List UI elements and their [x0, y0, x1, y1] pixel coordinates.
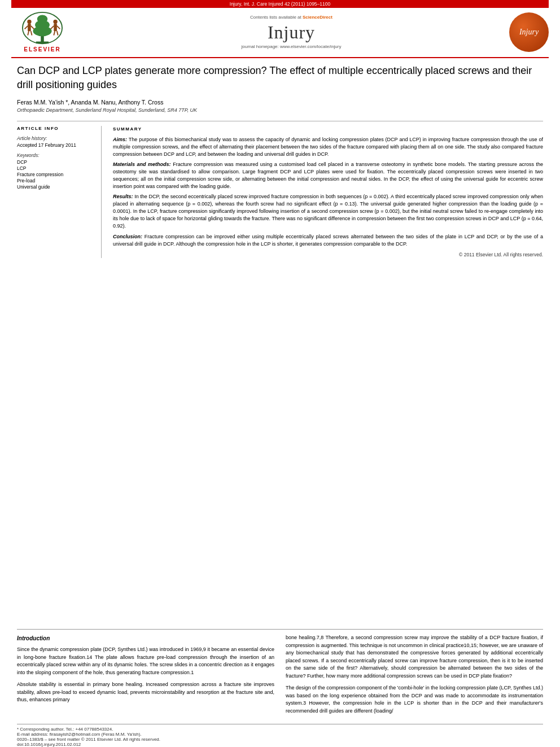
journal-homepage: journal homepage: www.elsevier.com/locat…: [242, 44, 342, 49]
svg-line-15: [54, 31, 55, 35]
contents-label: Contents lists available at: [250, 15, 301, 20]
keyword-lcp: LCP: [17, 165, 94, 171]
conclusion-label: Conclusion:: [113, 234, 142, 239]
badge-label: Injury: [519, 28, 539, 37]
svg-line-14: [57, 26, 60, 29]
copyright-line: © 2011 Elsevier Ltd. All rights reserved…: [113, 251, 543, 258]
journal-center: Contents lists available at ScienceDirec…: [73, 15, 509, 49]
article-info-header: ARTICLE INFO: [17, 126, 94, 131]
doi-line2: doi:10.1016/j.injury.2011.02.012: [17, 742, 543, 747]
materials-text: Fracture compression was measured using …: [113, 161, 543, 189]
introduction-title: Introduction: [17, 634, 274, 643]
elsevier-tree-icon: [20, 11, 65, 45]
doi-line1: 0020–1383/$ – see front matter © 2011 El…: [17, 737, 543, 742]
keyword-dcp: DCP: [17, 159, 94, 165]
email-note: E-mail address: firasayish2@hotmail.com …: [17, 732, 543, 737]
summary-header: SUMMARY: [113, 126, 543, 133]
article-info-col: ARTICLE INFO Article history: Accepted 1…: [17, 126, 102, 258]
aims-paragraph: Aims: The purpose of this biomechanical …: [113, 136, 543, 158]
journal-citation: Injury, Int. J. Care Injured 42 (2011) 1…: [230, 1, 330, 7]
materials-label: Materials and methods:: [113, 161, 171, 167]
keywords-list: DCP LCP Fracture compression Pre-load Un…: [17, 159, 94, 190]
materials-paragraph: Materials and methods: Fracture compress…: [113, 161, 543, 190]
svg-line-8: [31, 26, 34, 29]
sciencedirect-line: Contents lists available at ScienceDirec…: [250, 15, 333, 20]
email-value: firasayish2@hotmail.com (Feras M.M. Ya'i…: [50, 732, 142, 737]
conclusion-paragraph: Conclusion: Fracture compression can be …: [113, 233, 543, 248]
summary-col: SUMMARY Aims: The purpose of this biomec…: [113, 126, 543, 258]
aims-label: Aims:: [113, 137, 127, 142]
keyword-fracture: Fracture compression: [17, 172, 94, 177]
body-left-col: Introduction Since the dynamic compressi…: [17, 634, 274, 719]
results-paragraph: Results: In the DCP, the second eccentri…: [113, 193, 543, 230]
article-title: Can DCP and LCP plates generate more com…: [17, 64, 543, 92]
svg-rect-12: [54, 24, 57, 31]
journal-citation-bar: Injury, Int. J. Care Injured 42 (2011) 1…: [11, 0, 549, 8]
sciencedirect-link: ScienceDirect: [303, 15, 333, 20]
injury-badge: Injury: [509, 12, 549, 52]
body-right-para2: The design of the compression component …: [286, 684, 543, 715]
results-label: Results:: [113, 194, 133, 199]
journal-banner: ELSEVIER Contents lists available at Sci…: [11, 8, 549, 55]
body-right-col: bone healing.7,8 Therefore, a second com…: [286, 634, 543, 719]
journal-name: Injury: [268, 22, 315, 43]
corresponding-note: * Corresponding author. Tel.: +44 077885…: [17, 727, 543, 732]
accepted-value: Accepted 17 February 2011: [17, 142, 94, 148]
keyword-preload: Pre-load: [17, 178, 94, 184]
footnote-divider: * Corresponding author. Tel.: +44 077885…: [17, 724, 543, 737]
article-body: Can DCP and LCP plates generate more com…: [0, 58, 560, 624]
keywords-header: Keywords:: [17, 152, 94, 158]
svg-point-4: [37, 15, 47, 23]
results-text: In the DCP, the second eccentrically pla…: [113, 194, 543, 229]
svg-line-16: [57, 31, 58, 35]
svg-point-11: [53, 20, 57, 24]
aims-text: The purpose of this biomechanical study …: [113, 137, 543, 157]
body-para2: Absolute stability is essential in prima…: [17, 681, 274, 704]
article-affiliation: Orthopaedic Department, Sunderland Royal…: [17, 107, 543, 113]
footnote-area: * Corresponding author. Tel.: +44 077885…: [17, 727, 543, 737]
section-divider: [17, 629, 543, 630]
keyword-universal: Universal guide: [17, 184, 94, 190]
svg-line-13: [51, 26, 54, 29]
body-columns: Introduction Since the dynamic compressi…: [0, 634, 560, 719]
history-label: Article history:: [17, 136, 94, 141]
svg-rect-6: [28, 24, 31, 31]
article-meta-row: ARTICLE INFO Article history: Accepted 1…: [17, 121, 543, 258]
elsevier-wordmark: ELSEVIER: [24, 46, 60, 53]
svg-point-5: [27, 20, 31, 24]
svg-line-7: [25, 26, 28, 29]
journal-header: Injury, Int. J. Care Injured 42 (2011) 1…: [11, 0, 549, 58]
body-para1: Since the dynamic compression plate (DCP…: [17, 646, 274, 676]
conclusion-text: Fracture compression can be improved eit…: [113, 234, 543, 247]
article-authors: Feras M.M. Ya'ish *, Ananda M. Nanu, Ant…: [17, 99, 543, 106]
svg-line-9: [28, 31, 29, 35]
email-label: E-mail address:: [17, 732, 49, 737]
doi-area: 0020–1383/$ – see front matter © 2011 El…: [0, 737, 560, 747]
body-right-para1: bone healing.7,8 Therefore, a second com…: [286, 634, 543, 680]
svg-line-10: [31, 31, 32, 35]
elsevier-logo: ELSEVIER: [11, 11, 73, 53]
